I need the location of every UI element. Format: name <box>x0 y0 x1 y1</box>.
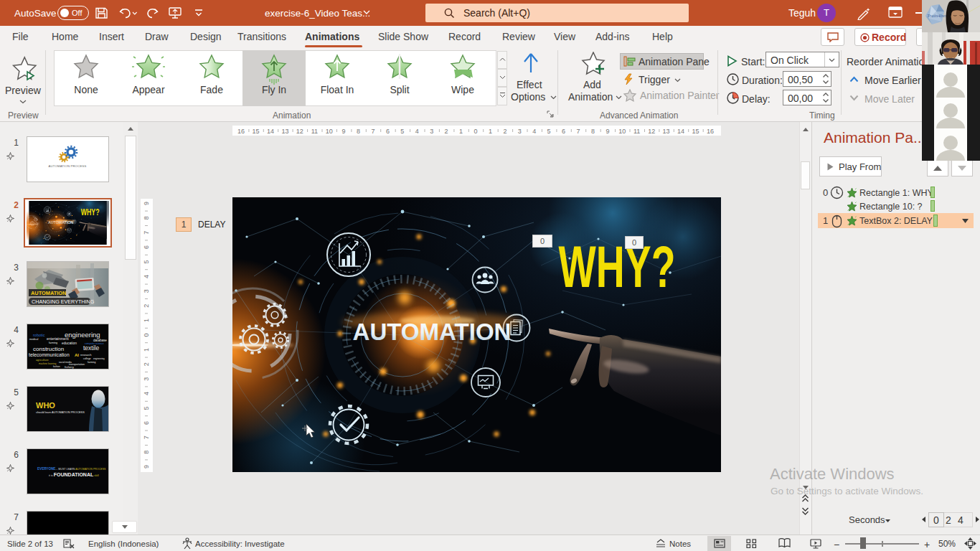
svg-text:3: 3 <box>518 128 522 135</box>
svg-text:EVERYONE... MUST LEARN AUTOMAT: EVERYONE... MUST LEARN AUTOMATION PROCES… <box>37 467 106 471</box>
svg-text:5: 5 <box>400 128 404 135</box>
svg-text:9: 9 <box>143 465 150 468</box>
svg-text:should learn AUTOMATION PROCES: should learn AUTOMATION PROCESS <box>36 410 85 414</box>
svg-text:13: 13 <box>663 128 670 135</box>
svg-text:education: education <box>62 342 77 345</box>
svg-text:14: 14 <box>267 128 274 135</box>
svg-text:3: 3 <box>143 377 150 381</box>
svg-text:5: 5 <box>143 406 150 410</box>
svg-text:Train4bes: Train4bes <box>927 13 947 19</box>
svg-text:medical: medical <box>29 338 39 341</box>
svg-text:8: 8 <box>143 451 150 454</box>
svg-text:college: college <box>83 357 91 360</box>
svg-text:6: 6 <box>562 128 565 135</box>
svg-text:0: 0 <box>143 333 150 336</box>
svg-text:13: 13 <box>281 128 288 135</box>
svg-text:fishery: fishery <box>65 365 75 369</box>
svg-text:Float In: Float In <box>321 84 354 95</box>
svg-text:9: 9 <box>143 202 150 205</box>
svg-text:1: 1 <box>489 128 492 135</box>
svg-text:agriculture: agriculture <box>36 359 49 362</box>
svg-text:None: None <box>74 84 98 95</box>
svg-text:farming: farming <box>88 361 95 364</box>
svg-text:10: 10 <box>326 128 333 135</box>
svg-text:16: 16 <box>707 128 714 135</box>
svg-text:7: 7 <box>576 128 580 135</box>
svg-text:3: 3 <box>430 128 433 135</box>
svg-text:4: 4 <box>532 128 536 135</box>
svg-text:8: 8 <box>591 128 595 135</box>
svg-text:AUTOMATION PROCESS: AUTOMATION PROCESS <box>49 164 87 168</box>
svg-text:12: 12 <box>648 128 655 135</box>
svg-text:2: 2 <box>503 128 507 135</box>
svg-text:4: 4 <box>143 275 150 278</box>
svg-text:1: 1 <box>459 128 463 135</box>
svg-text:Wipe: Wipe <box>451 84 474 95</box>
svg-text:14: 14 <box>677 128 684 135</box>
svg-text:5: 5 <box>143 260 150 263</box>
svg-text:7: 7 <box>143 231 150 235</box>
svg-text:textile: textile <box>83 344 99 352</box>
svg-text:4: 4 <box>415 128 419 135</box>
svg-text:robotic: robotic <box>33 333 45 337</box>
svg-text:0: 0 <box>473 128 477 135</box>
svg-text:Fly In: Fly In <box>262 84 286 95</box>
svg-text:1: 1 <box>143 319 150 322</box>
svg-text:15: 15 <box>692 128 699 135</box>
svg-text:6: 6 <box>143 421 150 425</box>
svg-text:7: 7 <box>143 435 150 439</box>
svg-text:7: 7 <box>371 128 374 135</box>
svg-text:5: 5 <box>547 128 551 135</box>
svg-text:9: 9 <box>342 128 346 135</box>
svg-text:AI: AI <box>75 353 79 357</box>
svg-text:farming: farming <box>49 342 57 344</box>
svg-text:Appear: Appear <box>132 84 164 95</box>
svg-text:16: 16 <box>237 128 245 135</box>
svg-text:4: 4 <box>143 392 150 395</box>
svg-text:WHO: WHO <box>36 401 55 410</box>
svg-text:10: 10 <box>618 128 626 135</box>
svg-text:CHANGING EVERYTHING: CHANGING EVERYTHING <box>32 298 95 305</box>
svg-text:12: 12 <box>296 128 303 135</box>
svg-text:construction: construction <box>33 346 64 352</box>
svg-text:15: 15 <box>253 128 260 135</box>
svg-text:fashion: fashion <box>53 365 60 368</box>
svg-text:AUTOMATION: AUTOMATION <box>31 290 66 296</box>
svg-text:9: 9 <box>606 128 609 135</box>
svg-text:it is FOUNDATIONAL skill: it is FOUNDATIONAL skill <box>49 472 99 477</box>
svg-text:research: research <box>80 353 92 357</box>
svg-text:2: 2 <box>143 362 150 366</box>
svg-text:8: 8 <box>143 216 150 220</box>
svg-text:Split: Split <box>390 84 409 95</box>
svg-text:11: 11 <box>311 128 318 135</box>
svg-text:engineering: engineering <box>93 357 105 360</box>
svg-text:8: 8 <box>357 128 360 135</box>
svg-text:engineering: engineering <box>65 331 100 339</box>
svg-text:telecommunication: telecommunication <box>29 352 70 357</box>
svg-text:entertainment: entertainment <box>47 336 69 341</box>
svg-text:11: 11 <box>633 128 640 135</box>
svg-text:2: 2 <box>445 128 448 135</box>
svg-text:3: 3 <box>143 289 150 293</box>
svg-text:6: 6 <box>386 128 390 135</box>
svg-text:1: 1 <box>143 348 150 352</box>
svg-text:2: 2 <box>143 304 150 308</box>
svg-text:Fade: Fade <box>200 84 223 95</box>
svg-text:6: 6 <box>143 245 150 249</box>
